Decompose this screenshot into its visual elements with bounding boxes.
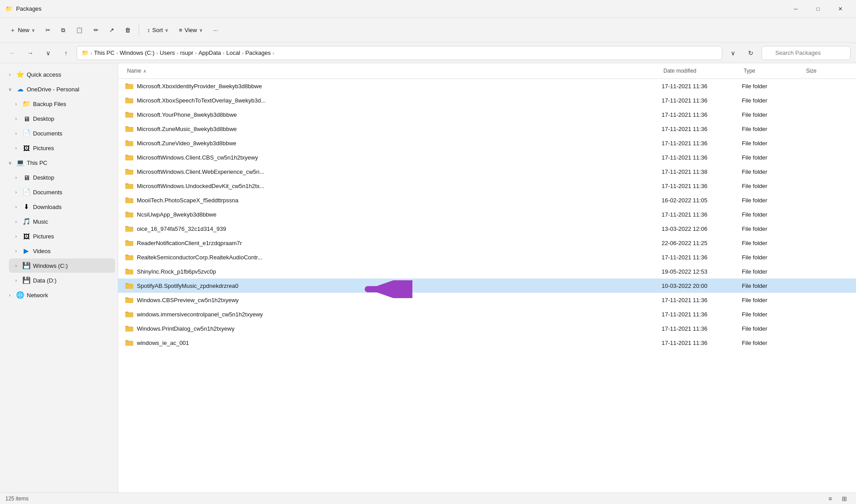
folder-icon [125, 168, 133, 176]
back-button[interactable]: ← [5, 46, 20, 60]
path-windows-c[interactable]: Windows (C:) [120, 49, 155, 56]
file-name-cell: MicrosoftWindows.Client.CBS_cw5n1h2txyew… [125, 153, 662, 161]
paste-button[interactable]: 📋 [71, 21, 87, 39]
sidebar-item-pictures-od[interactable]: › 🖼 Pictures [9, 141, 115, 155]
file-list-header: Name ∧ Date modified Type Size [118, 63, 856, 79]
sidebar-item-desktop-od[interactable]: › 🖥 Desktop [9, 111, 115, 126]
path-folder-icon: 📁 [82, 49, 89, 56]
downloads-icon: ⬇ [22, 203, 30, 211]
file-type-cell: File folder [742, 168, 804, 175]
file-list-area: Name ∧ Date modified Type Size [118, 63, 856, 492]
new-button[interactable]: ＋ New ∨ [5, 21, 39, 39]
rename-button[interactable]: ✏ [89, 21, 103, 39]
path-rsupr[interactable]: rsupr [180, 49, 193, 56]
file-name-text: Microsoft.XboxSpeechToTextOverlay_8wekyb… [137, 97, 266, 104]
sidebar-item-quick-access[interactable]: › ⭐ Quick access [3, 67, 115, 82]
file-date-cell: 17-11-2021 11:36 [662, 297, 742, 303]
item-count: 125 items [5, 496, 29, 502]
table-row[interactable]: ReaderNotificationClient_e1rzdqpraam7r 2… [118, 236, 856, 250]
table-row[interactable]: Windows.PrintDialog_cw5n1h2txyewy 17-11-… [118, 321, 856, 336]
sort-button[interactable]: ↕ Sort ∨ [143, 21, 173, 39]
documents-pc-icon: 📄 [22, 188, 30, 196]
file-name-text: windows_ie_ac_001 [137, 340, 189, 346]
table-row[interactable]: MicrosoftWindows.Client.CBS_cw5n1h2txyew… [118, 150, 856, 164]
sidebar-item-documents-pc[interactable]: › 📄 Documents [9, 185, 115, 199]
path-appdata[interactable]: AppData [198, 49, 221, 56]
sidebar-item-windows-c[interactable]: › 💾 Windows (C:) [9, 258, 115, 273]
file-date-cell: 19-05-2022 12:53 [662, 268, 742, 275]
table-row[interactable]: oice_16_974fa576_32c1d314_939 13-03-2022… [118, 221, 856, 236]
path-this-pc[interactable]: This PC [94, 49, 115, 56]
table-row[interactable]: ShinyInc.Rock_p1fb6pv5zvc0p 19-05-2022 1… [118, 264, 856, 279]
onedrive-chevron: ∨ [6, 86, 13, 93]
table-row[interactable]: MicrosoftWindows.UndockedDevKit_cw5n1h2t… [118, 179, 856, 193]
sidebar-item-documents-od[interactable]: › 📄 Documents [9, 126, 115, 140]
table-row[interactable]: NcsiUwpApp_8wekyb3d8bbwe 17-11-2021 11:3… [118, 207, 856, 221]
sidebar-item-backup-files[interactable]: › 📁 Backup Files [9, 97, 115, 111]
delete-icon: 🗑 [125, 27, 131, 33]
sidebar-item-network[interactable]: › 🌐 Network [3, 288, 115, 302]
view-label: View [185, 27, 197, 33]
address-dropdown-button[interactable]: ∨ [726, 46, 740, 60]
file-name-cell: Microsoft.YourPhone_8wekyb3d8bbwe [125, 111, 662, 119]
minimize-button[interactable]: ─ [786, 2, 806, 16]
videos-icon: ▶ [22, 247, 30, 255]
network-icon: 🌐 [16, 291, 24, 299]
sidebar-item-data-d[interactable]: › 💾 Data (D:) [9, 273, 115, 287]
col-size[interactable]: Size [804, 66, 849, 76]
table-row[interactable]: Microsoft.XboxIdentityProvider_8wekyb3d8… [118, 79, 856, 93]
sidebar-item-music-pc[interactable]: › 🎵 Music [9, 214, 115, 229]
sidebar-label-pictures-pc: Pictures [33, 233, 54, 240]
cut-button[interactable]: ✂ [41, 21, 55, 39]
table-row[interactable]: Microsoft.XboxSpeechToTextOverlay_8wekyb… [118, 93, 856, 107]
sidebar-item-this-pc[interactable]: ∨ 💻 This PC [3, 156, 115, 170]
copy-button[interactable]: ⧉ [57, 21, 70, 39]
share-icon: ↗ [109, 27, 114, 33]
folder-icon [125, 267, 133, 275]
close-button[interactable]: ✕ [830, 2, 851, 16]
folder-icon [125, 182, 133, 190]
address-path[interactable]: 📁 › This PC › Windows (C:) › Users › rsu… [77, 46, 722, 60]
forward-button[interactable]: → [23, 46, 37, 60]
sidebar-label-documents-pc: Documents [33, 189, 62, 196]
table-row[interactable]: Microsoft.ZuneVideo_8wekyb3d8bbwe 17-11-… [118, 136, 856, 150]
table-row[interactable]: windows.immersivecontrolpanel_cw5n1h2txy… [118, 307, 856, 321]
sidebar-item-pictures-pc[interactable]: › 🖼 Pictures [9, 229, 115, 243]
sidebar-item-videos-pc[interactable]: › ▶ Videos [9, 244, 115, 258]
delete-button[interactable]: 🗑 [120, 21, 135, 39]
more-button[interactable]: ··· [209, 21, 222, 39]
sidebar-label-network: Network [27, 292, 48, 299]
sidebar-label-onedrive: OneDrive - Personal [27, 86, 79, 93]
file-type-cell: File folder [742, 197, 804, 204]
folder-icon [125, 296, 133, 304]
path-local[interactable]: Local [226, 49, 240, 56]
path-packages[interactable]: Packages [245, 49, 271, 56]
search-input[interactable] [761, 46, 851, 60]
file-type-cell: File folder [742, 325, 804, 332]
table-row[interactable]: windows_ie_ac_001 17-11-2021 11:36 File … [118, 336, 856, 350]
sidebar-item-desktop-pc[interactable]: › 🖥 Desktop [9, 170, 115, 184]
view-button[interactable]: ≡ View ∨ [174, 21, 207, 39]
table-row[interactable]: MooiiTech.PhotoScapeX_f5eddttrpssna 16-0… [118, 193, 856, 207]
table-row[interactable]: MicrosoftWindows.Client.WebExperience_cw… [118, 164, 856, 179]
table-row[interactable]: RealtekSemiconductorCorp.RealtekAudioCon… [118, 250, 856, 264]
col-type[interactable]: Type [742, 66, 804, 76]
maximize-button[interactable]: □ [808, 2, 828, 16]
file-name-cell: Windows.PrintDialog_cw5n1h2txyewy [125, 324, 662, 332]
detail-view-button[interactable]: ⊞ [838, 494, 851, 504]
table-row[interactable]: Microsoft.YourPhone_8wekyb3d8bbwe 17-11-… [118, 107, 856, 122]
file-date-cell: 17-11-2021 11:36 [662, 97, 742, 104]
table-row[interactable]: SpotifyAB.SpotifyMusic_zpdnekdrzrea0 10-… [118, 279, 856, 293]
path-users[interactable]: Users [160, 49, 175, 56]
col-date[interactable]: Date modified [662, 66, 742, 76]
sidebar-item-onedrive[interactable]: ∨ ☁ OneDrive - Personal [3, 82, 115, 96]
dropdown-button[interactable]: ∨ [41, 46, 55, 60]
sidebar-item-downloads-pc[interactable]: › ⬇ Downloads [9, 200, 115, 214]
refresh-button[interactable]: ↻ [744, 46, 758, 60]
col-name[interactable]: Name ∧ [125, 66, 662, 76]
up-button[interactable]: ↑ [59, 46, 73, 60]
table-row[interactable]: Microsoft.ZuneMusic_8wekyb3d8bbwe 17-11-… [118, 122, 856, 136]
share-button[interactable]: ↗ [105, 21, 119, 39]
list-view-button[interactable]: ≡ [824, 494, 836, 504]
table-row[interactable]: Windows.CBSPreview_cw5n1h2txyewy 17-11-2… [118, 293, 856, 307]
